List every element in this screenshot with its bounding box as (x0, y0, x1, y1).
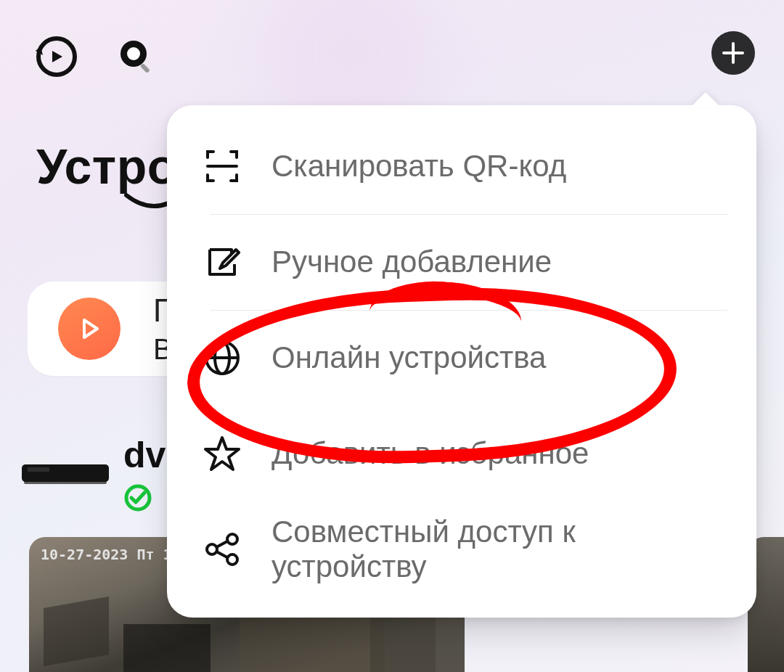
menu-add-favorite-label: Добавить в избранное (271, 436, 589, 471)
menu-add-favorite[interactable]: Добавить в избранное (167, 406, 756, 501)
search-icon (115, 36, 158, 78)
svg-point-8 (207, 544, 217, 554)
menu-online-devices-label: Онлайн устройства (271, 340, 546, 375)
svg-rect-3 (139, 63, 150, 73)
playback-history-icon (33, 34, 78, 79)
add-device-button[interactable] (711, 31, 755, 75)
menu-manual-add-label: Ручное добавление (271, 245, 552, 279)
globe-icon (203, 339, 241, 377)
menu-share-device-label: Совместный доступ к устройству (271, 515, 720, 584)
star-icon (203, 435, 241, 472)
svg-point-2 (127, 47, 140, 60)
search-button[interactable] (109, 29, 163, 83)
svg-point-9 (227, 554, 237, 565)
plus-icon (722, 41, 745, 65)
menu-scan-qr-label: Сканировать QR-код (271, 149, 566, 184)
menu-scan-qr[interactable]: Сканировать QR-код (167, 118, 756, 214)
qr-scan-icon (203, 147, 241, 185)
add-device-menu: Сканировать QR-код Ручное добавление Онл… (167, 105, 756, 618)
share-icon (203, 530, 241, 568)
menu-share-device[interactable]: Совместный доступ к устройству (167, 501, 756, 597)
device-thumbnail[interactable] (22, 464, 109, 482)
svg-point-7 (227, 534, 237, 544)
play-badge-icon (58, 298, 121, 360)
device-online-status-icon (123, 483, 152, 512)
edit-icon (203, 243, 241, 281)
playback-history-button[interactable] (28, 29, 82, 83)
menu-manual-add[interactable]: Ручное добавление (167, 214, 756, 310)
menu-online-devices[interactable]: Онлайн устройства (167, 310, 756, 406)
